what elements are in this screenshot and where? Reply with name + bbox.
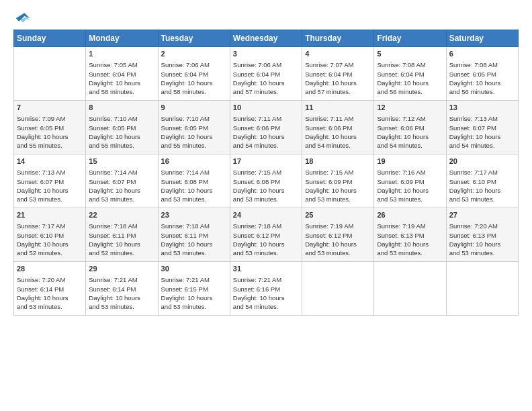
calendar-cell: 17Sunrise: 7:15 AM Sunset: 6:08 PM Dayli…	[230, 154, 302, 208]
column-header-saturday: Saturday	[446, 30, 518, 47]
page: SundayMondayTuesdayWednesdayThursdayFrid…	[0, 0, 532, 411]
day-info: Sunrise: 7:14 AM Sunset: 6:07 PM Dayligh…	[89, 168, 154, 203]
day-number: 27	[449, 210, 515, 220]
calendar-cell: 23Sunrise: 7:18 AM Sunset: 6:11 PM Dayli…	[158, 208, 230, 262]
calendar-cell: 29Sunrise: 7:21 AM Sunset: 6:14 PM Dayli…	[86, 262, 158, 316]
day-info: Sunrise: 7:16 AM Sunset: 6:09 PM Dayligh…	[377, 168, 443, 203]
day-info: Sunrise: 7:05 AM Sunset: 6:04 PM Dayligh…	[89, 60, 154, 96]
day-info: Sunrise: 7:06 AM Sunset: 6:04 PM Dayligh…	[161, 60, 227, 96]
day-number: 22	[89, 210, 154, 220]
day-info: Sunrise: 7:15 AM Sunset: 6:09 PM Dayligh…	[305, 168, 371, 203]
day-number: 11	[305, 103, 371, 113]
day-info: Sunrise: 7:08 AM Sunset: 6:04 PM Dayligh…	[377, 60, 443, 96]
calendar-cell: 30Sunrise: 7:21 AM Sunset: 6:15 PM Dayli…	[158, 262, 230, 316]
day-info: Sunrise: 7:12 AM Sunset: 6:06 PM Dayligh…	[377, 114, 443, 150]
calendar-cell: 8Sunrise: 7:10 AM Sunset: 6:05 PM Daylig…	[86, 101, 158, 154]
column-header-wednesday: Wednesday	[230, 30, 302, 47]
day-number: 29	[89, 264, 154, 274]
column-header-friday: Friday	[374, 30, 446, 47]
day-number: 19	[377, 156, 443, 167]
day-info: Sunrise: 7:13 AM Sunset: 6:07 PM Dayligh…	[449, 114, 515, 150]
header	[13, 11, 519, 24]
column-header-monday: Monday	[86, 30, 158, 47]
day-info: Sunrise: 7:18 AM Sunset: 6:11 PM Dayligh…	[161, 222, 227, 257]
day-number: 24	[233, 210, 299, 220]
day-number: 13	[449, 103, 515, 113]
day-info: Sunrise: 7:21 AM Sunset: 6:15 PM Dayligh…	[161, 275, 227, 311]
day-info: Sunrise: 7:17 AM Sunset: 6:10 PM Dayligh…	[17, 222, 83, 257]
day-number: 20	[449, 156, 515, 167]
week-row-2: 7Sunrise: 7:09 AM Sunset: 6:05 PM Daylig…	[14, 101, 519, 154]
day-info: Sunrise: 7:20 AM Sunset: 6:13 PM Dayligh…	[449, 222, 515, 257]
day-info: Sunrise: 7:09 AM Sunset: 6:05 PM Dayligh…	[17, 114, 83, 150]
calendar-cell: 26Sunrise: 7:19 AM Sunset: 6:13 PM Dayli…	[374, 208, 446, 262]
day-number: 30	[161, 264, 227, 274]
calendar-cell	[302, 262, 374, 316]
calendar-cell: 22Sunrise: 7:18 AM Sunset: 6:11 PM Dayli…	[86, 208, 158, 262]
day-info: Sunrise: 7:06 AM Sunset: 6:04 PM Dayligh…	[233, 60, 299, 96]
day-number: 3	[233, 49, 299, 59]
day-number: 5	[377, 49, 443, 59]
day-number: 18	[305, 156, 371, 167]
day-info: Sunrise: 7:13 AM Sunset: 6:07 PM Dayligh…	[17, 168, 83, 203]
calendar-cell	[374, 262, 446, 316]
day-number: 8	[89, 103, 154, 113]
calendar-cell: 3Sunrise: 7:06 AM Sunset: 6:04 PM Daylig…	[230, 47, 302, 101]
day-number: 21	[17, 210, 83, 220]
calendar-cell: 4Sunrise: 7:07 AM Sunset: 6:04 PM Daylig…	[302, 47, 374, 101]
day-number: 25	[305, 210, 371, 220]
week-row-1: 1Sunrise: 7:05 AM Sunset: 6:04 PM Daylig…	[14, 47, 519, 101]
day-number: 1	[89, 49, 154, 59]
day-info: Sunrise: 7:14 AM Sunset: 6:08 PM Dayligh…	[161, 168, 227, 203]
day-info: Sunrise: 7:19 AM Sunset: 6:13 PM Dayligh…	[377, 222, 443, 257]
day-info: Sunrise: 7:18 AM Sunset: 6:12 PM Dayligh…	[233, 222, 299, 257]
column-header-tuesday: Tuesday	[158, 30, 230, 47]
column-header-thursday: Thursday	[302, 30, 374, 47]
day-number: 6	[449, 49, 515, 59]
column-header-sunday: Sunday	[14, 30, 86, 47]
day-number: 16	[161, 156, 227, 167]
calendar-cell: 21Sunrise: 7:17 AM Sunset: 6:10 PM Dayli…	[14, 208, 86, 262]
calendar-cell: 20Sunrise: 7:17 AM Sunset: 6:10 PM Dayli…	[446, 154, 518, 208]
week-row-4: 21Sunrise: 7:17 AM Sunset: 6:10 PM Dayli…	[14, 208, 519, 262]
calendar-cell: 24Sunrise: 7:18 AM Sunset: 6:12 PM Dayli…	[230, 208, 302, 262]
day-info: Sunrise: 7:19 AM Sunset: 6:12 PM Dayligh…	[305, 222, 371, 257]
calendar-cell: 2Sunrise: 7:06 AM Sunset: 6:04 PM Daylig…	[158, 47, 230, 101]
day-info: Sunrise: 7:07 AM Sunset: 6:04 PM Dayligh…	[305, 60, 371, 96]
calendar-cell: 31Sunrise: 7:21 AM Sunset: 6:16 PM Dayli…	[230, 262, 302, 316]
calendar-cell: 15Sunrise: 7:14 AM Sunset: 6:07 PM Dayli…	[86, 154, 158, 208]
calendar-cell: 16Sunrise: 7:14 AM Sunset: 6:08 PM Dayli…	[158, 154, 230, 208]
week-row-3: 14Sunrise: 7:13 AM Sunset: 6:07 PM Dayli…	[14, 154, 519, 208]
day-info: Sunrise: 7:21 AM Sunset: 6:14 PM Dayligh…	[89, 275, 154, 311]
day-number: 17	[233, 156, 299, 167]
day-number: 12	[377, 103, 443, 113]
day-info: Sunrise: 7:17 AM Sunset: 6:10 PM Dayligh…	[449, 168, 515, 203]
calendar-cell: 25Sunrise: 7:19 AM Sunset: 6:12 PM Dayli…	[302, 208, 374, 262]
week-row-5: 28Sunrise: 7:20 AM Sunset: 6:14 PM Dayli…	[14, 262, 519, 316]
day-info: Sunrise: 7:21 AM Sunset: 6:16 PM Dayligh…	[233, 275, 299, 311]
day-number: 2	[161, 49, 227, 59]
day-number: 15	[89, 156, 154, 167]
day-number: 28	[17, 264, 83, 274]
calendar-cell: 13Sunrise: 7:13 AM Sunset: 6:07 PM Dayli…	[446, 101, 518, 154]
calendar-cell: 1Sunrise: 7:05 AM Sunset: 6:04 PM Daylig…	[86, 47, 158, 101]
day-info: Sunrise: 7:10 AM Sunset: 6:05 PM Dayligh…	[89, 114, 154, 150]
calendar-cell: 10Sunrise: 7:11 AM Sunset: 6:06 PM Dayli…	[230, 101, 302, 154]
day-number: 23	[161, 210, 227, 220]
day-number: 9	[161, 103, 227, 113]
logo-icon	[15, 11, 31, 27]
calendar-cell: 19Sunrise: 7:16 AM Sunset: 6:09 PM Dayli…	[374, 154, 446, 208]
calendar-cell: 18Sunrise: 7:15 AM Sunset: 6:09 PM Dayli…	[302, 154, 374, 208]
day-number: 10	[233, 103, 299, 113]
calendar-cell: 9Sunrise: 7:10 AM Sunset: 6:05 PM Daylig…	[158, 101, 230, 154]
day-info: Sunrise: 7:18 AM Sunset: 6:11 PM Dayligh…	[89, 222, 154, 257]
calendar-cell: 28Sunrise: 7:20 AM Sunset: 6:14 PM Dayli…	[14, 262, 86, 316]
calendar-cell: 7Sunrise: 7:09 AM Sunset: 6:05 PM Daylig…	[14, 101, 86, 154]
calendar-cell	[14, 47, 86, 101]
day-number: 4	[305, 49, 371, 59]
header-row: SundayMondayTuesdayWednesdayThursdayFrid…	[14, 30, 519, 47]
calendar-cell: 14Sunrise: 7:13 AM Sunset: 6:07 PM Dayli…	[14, 154, 86, 208]
day-number: 14	[17, 156, 83, 167]
day-info: Sunrise: 7:20 AM Sunset: 6:14 PM Dayligh…	[17, 275, 83, 311]
calendar-cell: 12Sunrise: 7:12 AM Sunset: 6:06 PM Dayli…	[374, 101, 446, 154]
